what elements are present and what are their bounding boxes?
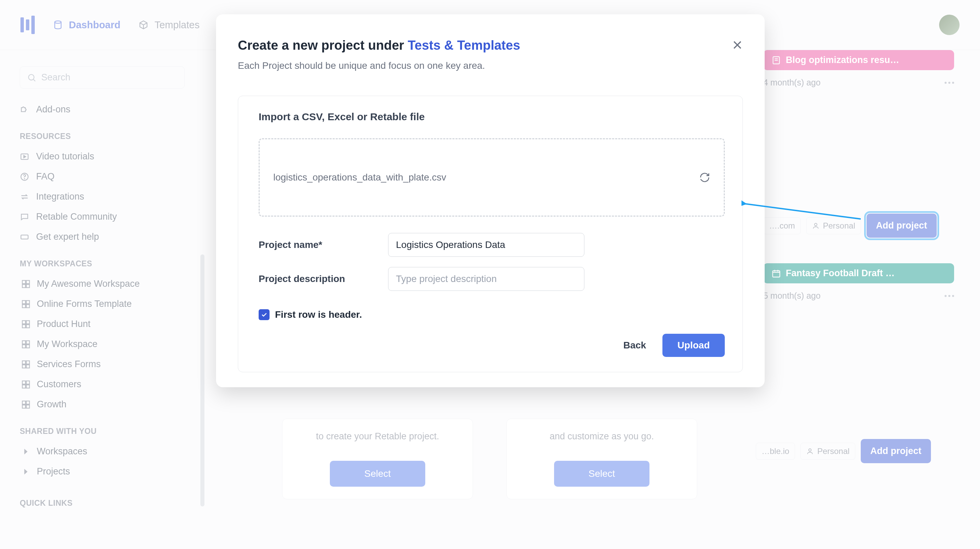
first-row-header-checkbox[interactable]: First row is header. — [259, 309, 725, 320]
upload-button[interactable]: Upload — [662, 334, 725, 357]
file-dropzone[interactable]: logistics_operations_data_with_plate.csv — [259, 138, 725, 217]
create-project-modal: Create a new project under Tests & Templ… — [216, 14, 765, 387]
modal-subtitle: Each Project should be unique and focus … — [238, 60, 743, 71]
back-button[interactable]: Back — [623, 340, 646, 351]
project-desc-input[interactable] — [388, 267, 584, 291]
project-name-label: Project name* — [259, 240, 388, 250]
close-icon[interactable] — [730, 38, 744, 52]
project-desc-label: Project description — [259, 273, 388, 284]
uploaded-filename: logistics_operations_data_with_plate.csv — [273, 172, 446, 183]
checkbox-checked-icon — [259, 309, 269, 320]
modal-title: Create a new project under Tests & Templ… — [238, 38, 743, 53]
import-panel: Import a CSV, Excel or Retable file logi… — [238, 96, 743, 372]
refresh-icon[interactable] — [699, 172, 710, 183]
import-label: Import a CSV, Excel or Retable file — [259, 111, 725, 122]
project-name-input[interactable] — [388, 233, 584, 257]
